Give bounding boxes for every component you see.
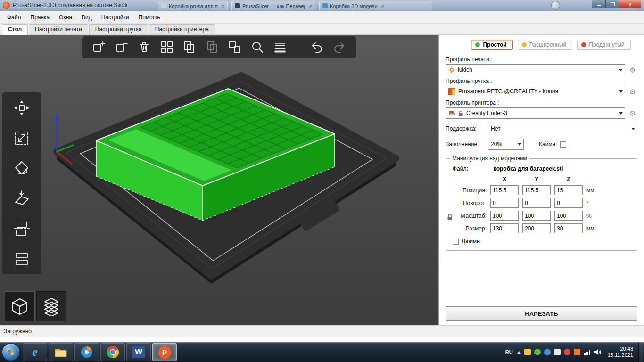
- app-icon: [3, 2, 10, 9]
- editor-view-button[interactable]: [5, 291, 35, 321]
- tray-app-white-icon[interactable]: [554, 349, 561, 355]
- print-profile-combo[interactable]: lukich: [446, 64, 625, 75]
- menu-edit[interactable]: Правка: [26, 12, 54, 23]
- variable-layer-height-button[interactable]: [270, 39, 290, 56]
- arrange-button[interactable]: [157, 39, 177, 56]
- rotate-tool-button[interactable]: [7, 156, 36, 180]
- search-button[interactable]: [247, 39, 268, 56]
- menu-help[interactable]: Помощь: [134, 12, 165, 23]
- mode-simple-button[interactable]: Простой: [471, 40, 512, 50]
- remove-object-icon: [115, 41, 128, 54]
- copy-button[interactable]: [179, 39, 200, 56]
- show-desktop-button[interactable]: [638, 342, 643, 362]
- titlebar[interactable]: PrusaSlicer-2.3.3 созданная на остове Sl…: [0, 0, 644, 11]
- filament-profile-label: Профиль прутка :: [446, 78, 637, 84]
- paste-button[interactable]: [202, 39, 223, 56]
- redo-button[interactable]: [329, 39, 350, 56]
- taskbar-prusaslicer[interactable]: P: [152, 343, 177, 361]
- mode-advanced-button[interactable]: Расширенный: [518, 40, 573, 50]
- axis-x-header: X: [490, 176, 519, 182]
- infill-label: Заполнение:: [446, 141, 485, 148]
- language-indicator[interactable]: RU: [505, 349, 513, 355]
- printer-profile-combo[interactable]: Creality Ender-3: [446, 107, 625, 119]
- taskbar-clock[interactable]: 20:48 15.11.2021: [608, 346, 633, 358]
- scale-z-input[interactable]: [554, 211, 583, 221]
- start-button[interactable]: [2, 343, 20, 361]
- tray-app-orange-icon[interactable]: [574, 349, 580, 355]
- infill-combo[interactable]: 20%: [488, 139, 524, 150]
- place-on-face-tool-button[interactable]: [7, 187, 36, 210]
- browser-tab[interactable]: PrusaSlicer — как Переверну... ×: [231, 1, 315, 10]
- delete-all-button[interactable]: [134, 39, 155, 56]
- menu-file[interactable]: Файл: [3, 12, 25, 23]
- scale-x-input[interactable]: [490, 211, 519, 221]
- printer-profile-gear-icon[interactable]: ⚙: [628, 110, 637, 117]
- mode-selector: Простой Расширенный Продвинутый: [464, 40, 637, 50]
- chevron-down-icon: [619, 90, 623, 95]
- tab-print-settings[interactable]: Настройки печати: [29, 24, 88, 34]
- tray-app-yellow-icon[interactable]: [524, 349, 531, 355]
- rotation-z-input[interactable]: [554, 198, 583, 208]
- size-y-input[interactable]: [522, 223, 551, 233]
- browser-tab[interactable]: Коробка 3D модели ×: [319, 1, 432, 10]
- brim-checkbox[interactable]: [560, 141, 566, 148]
- position-unit: мм: [586, 187, 600, 194]
- instances-button[interactable]: [224, 39, 245, 56]
- tab-close-icon[interactable]: ×: [381, 3, 384, 9]
- menu-view[interactable]: Вид: [77, 12, 96, 23]
- tab-printer-settings[interactable]: Настройки принтера: [149, 24, 215, 34]
- cut-tool-button[interactable]: [7, 217, 36, 240]
- rotation-y-input[interactable]: [522, 198, 551, 208]
- inches-checkbox[interactable]: [453, 239, 459, 245]
- close-button[interactable]: ×: [619, 0, 641, 8]
- tray-app-red-icon[interactable]: [564, 349, 570, 355]
- browser-button[interactable]: [551, 1, 560, 10]
- move-tool-button[interactable]: [7, 96, 36, 120]
- support-combo[interactable]: Нет: [488, 123, 637, 134]
- browser-tab[interactable]: Коробка prusa для печати ×: [158, 1, 228, 10]
- scale-y-input[interactable]: [522, 211, 551, 221]
- desktop-gap: [0, 337, 644, 342]
- taskbar-explorer[interactable]: [49, 343, 73, 361]
- uniform-scale-lock-icon[interactable]: [447, 214, 453, 222]
- position-x-input[interactable]: [490, 185, 519, 195]
- tray-app-green-icon[interactable]: [534, 349, 541, 355]
- main-tabbar: Стол Настройки печати Настройки прутка Н…: [0, 24, 644, 35]
- print-profile-gear-icon[interactable]: ⚙: [628, 66, 637, 74]
- menu-settings[interactable]: Настройки: [97, 12, 133, 23]
- taskbar-word[interactable]: W: [126, 343, 151, 361]
- size-z-input[interactable]: [554, 223, 583, 233]
- minimize-button[interactable]: [592, 0, 606, 8]
- trash-icon: [138, 41, 151, 54]
- copy-icon: [183, 41, 196, 54]
- remove-object-button[interactable]: [111, 39, 132, 56]
- filament-profile-combo[interactable]: Prusament PETG @CREALITY - Копия: [446, 86, 625, 97]
- rotation-x-input[interactable]: [490, 198, 519, 208]
- hidden-icons-arrow[interactable]: [517, 349, 521, 354]
- taskbar-media-player[interactable]: [74, 343, 99, 361]
- add-object-button[interactable]: [89, 39, 109, 56]
- filament-profile-gear-icon[interactable]: ⚙: [628, 88, 637, 95]
- preview-view-button[interactable]: [36, 291, 66, 321]
- taskbar-internet-explorer[interactable]: e: [23, 343, 47, 361]
- menu-windows[interactable]: Окна: [55, 12, 76, 23]
- position-y-input[interactable]: [522, 185, 551, 195]
- 3d-viewport[interactable]: [0, 35, 438, 325]
- search-icon: [251, 41, 264, 54]
- tab-close-icon[interactable]: ×: [309, 3, 312, 9]
- size-x-input[interactable]: [490, 223, 519, 233]
- volume-icon[interactable]: [594, 349, 602, 355]
- tray-app-blue-icon[interactable]: [544, 349, 551, 355]
- taskbar-chrome[interactable]: [100, 343, 125, 361]
- scale-tool-button[interactable]: [7, 126, 36, 150]
- tab-close-icon[interactable]: ×: [222, 3, 224, 9]
- mode-expert-button[interactable]: Продвинутый: [577, 40, 630, 50]
- slice-now-button[interactable]: НАРЕЗАТЬ: [446, 306, 637, 321]
- position-z-input[interactable]: [554, 185, 583, 195]
- maximize-button[interactable]: [606, 0, 619, 8]
- tab-plater[interactable]: Стол: [2, 24, 28, 35]
- height-ranges-tool-button[interactable]: [7, 247, 36, 271]
- tab-filament-settings[interactable]: Настройки прутка: [89, 24, 148, 34]
- undo-button[interactable]: [306, 39, 327, 56]
- network-icon[interactable]: [584, 349, 591, 355]
